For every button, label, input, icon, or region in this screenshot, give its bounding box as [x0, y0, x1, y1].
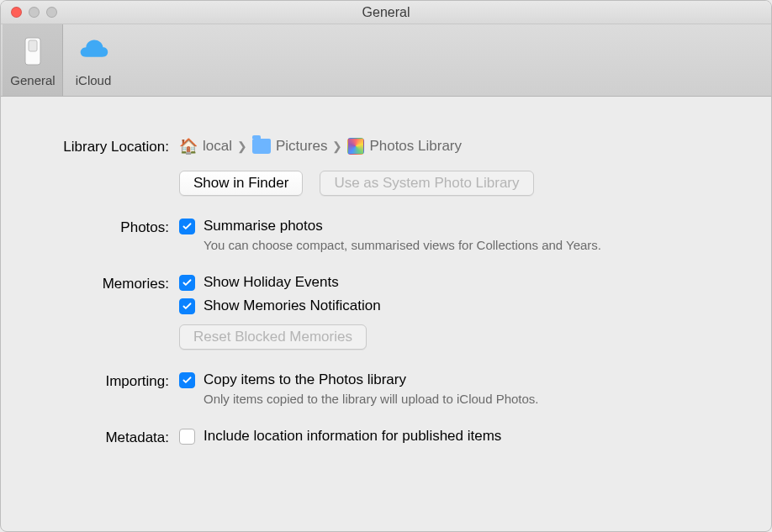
use-as-system-library-button: Use as System Photo Library [320, 171, 533, 196]
tab-general[interactable]: General [3, 24, 63, 96]
importing-label: Importing: [34, 371, 179, 390]
summarise-photos-label: Summarise photos [204, 218, 323, 234]
path-seg-label: Photos Library [369, 138, 462, 155]
path-seg-pictures: Pictures [252, 138, 327, 155]
row-photos: Photos: Summarise photos You can choose … [34, 218, 738, 252]
reset-blocked-memories-button: Reset Blocked Memories [179, 324, 367, 350]
close-window-button[interactable] [11, 7, 22, 18]
path-seg-photos-library: Photos Library [347, 138, 462, 155]
row-importing: Importing: Copy items to the Photos libr… [34, 371, 738, 406]
chevron-right-icon: ❯ [332, 140, 342, 153]
memories-label: Memories: [34, 274, 179, 292]
svg-rect-1 [29, 40, 37, 51]
window-controls [11, 7, 57, 18]
tab-label: General [10, 73, 55, 87]
metadata-label: Metadata: [34, 428, 179, 446]
general-switch-icon [14, 33, 51, 70]
window-title: General [1, 5, 771, 20]
include-location-checkbox[interactable] [179, 429, 195, 445]
copy-items-help: Only items copied to the library will up… [204, 392, 738, 406]
path-seg-label: Pictures [276, 138, 327, 155]
library-location-label: Library Location: [34, 137, 179, 155]
home-icon: 🏠 [179, 137, 198, 155]
copy-items-checkbox[interactable] [179, 372, 195, 388]
path-seg-label: local [203, 138, 232, 155]
row-metadata: Metadata: Include location information f… [34, 428, 738, 448]
library-path-breadcrumb: 🏠 local ❯ Pictures ❯ Photos Library [179, 137, 738, 155]
show-holiday-events-label: Show Holiday Events [204, 274, 339, 291]
show-in-finder-button[interactable]: Show in Finder [179, 171, 303, 196]
row-library-location: Library Location: 🏠 local ❯ Pictures ❯ P… [34, 137, 738, 196]
show-memories-notification-label: Show Memories Notification [204, 298, 381, 314]
tab-icloud[interactable]: iCloud [63, 24, 124, 96]
show-holiday-events-checkbox[interactable] [179, 275, 195, 291]
show-memories-notification-checkbox[interactable] [179, 298, 195, 314]
row-memories: Memories: Show Holiday Events Show Memor… [34, 274, 738, 350]
preferences-content: Library Location: 🏠 local ❯ Pictures ❯ P… [1, 97, 771, 473]
preferences-toolbar: General iCloud [1, 24, 771, 97]
titlebar: General [1, 1, 771, 24]
photos-label: Photos: [34, 218, 179, 236]
copy-items-label: Copy items to the Photos library [204, 371, 406, 388]
summarise-photos-checkbox[interactable] [179, 219, 195, 234]
chevron-right-icon: ❯ [237, 140, 247, 153]
photos-library-icon [347, 138, 364, 155]
tab-label: iCloud [76, 73, 112, 87]
summarise-photos-help: You can choose compact, summarised views… [204, 238, 738, 252]
icloud-cloud-icon [75, 33, 112, 70]
minimize-window-button[interactable] [29, 7, 40, 18]
include-location-label: Include location information for publish… [204, 428, 501, 445]
path-seg-home: 🏠 local [179, 137, 232, 155]
zoom-window-button[interactable] [46, 7, 57, 18]
folder-icon [252, 139, 271, 154]
